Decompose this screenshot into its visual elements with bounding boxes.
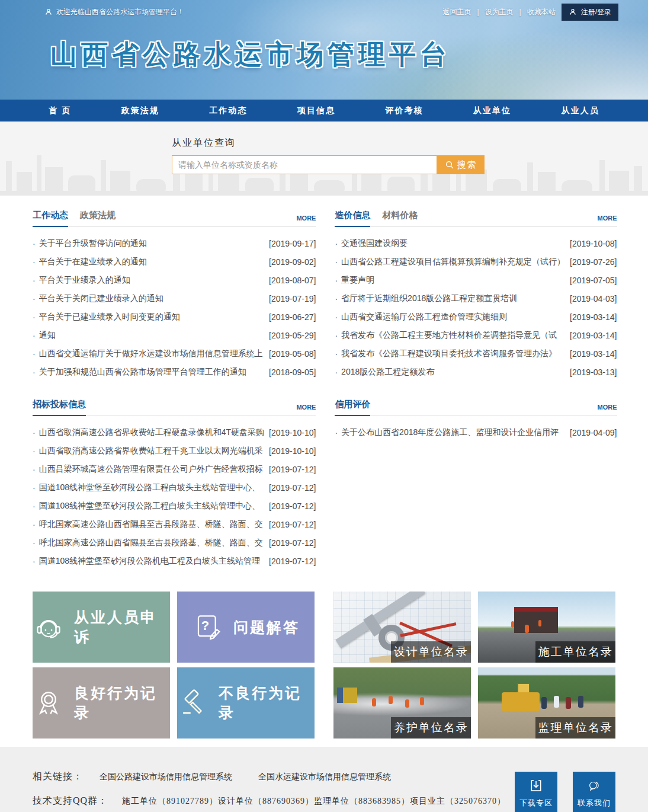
news-list-item[interactable]: · 山西省交通运输厅关于做好水运建设市场信用信息管理系统上 [2019-05-0… — [33, 344, 316, 363]
news-list-item[interactable]: · 平台关于关闭已建业绩录入的通知 [2019-07-19] — [33, 289, 316, 308]
nav-item-projects[interactable]: 项目信息 — [291, 106, 341, 116]
news-list-item[interactable]: · 呼北国家高速公路山西省隰县至吉县段路基、桥隧、路面、交 [2019-07-1… — [33, 533, 316, 552]
news-list-item[interactable]: · 山西吕梁环城高速公路管理有限责任公司户外广告经营权招标 [2019-07-1… — [33, 460, 316, 478]
tab-credit-evaluation[interactable]: 信用评价 — [335, 399, 370, 416]
news-list-item[interactable]: · 省厅将于近期组织2018版公路工程定额宣贯培训 [2019-04-03] — [335, 289, 617, 308]
news-list-item[interactable]: · 2018版公路工程定额发布 [2019-03-13] — [335, 363, 617, 381]
tab-bidding-info[interactable]: 招标投标信息 — [33, 399, 86, 416]
news-title[interactable]: 山西省取消高速公路省界收费站工程千兆工业以太网光端机采 — [39, 446, 264, 456]
news-list-item[interactable]: · 平台关于已建业绩录入时间变更的通知 [2019-06-27] — [33, 308, 316, 326]
news-title[interactable]: 呼北国家高速公路山西省隰县至吉县段路基、桥隧、路面、交 — [39, 519, 264, 530]
search-input[interactable] — [172, 155, 437, 174]
directory-design-units[interactable]: 设计单位名录 — [333, 592, 471, 663]
link-national-highway-credit-system[interactable]: 全国公路建设市场信用信息管理系统 — [100, 772, 232, 782]
worker-shape — [405, 699, 409, 708]
news-title[interactable]: 关于加强和规范山西省公路市场管理平台管理工作的通知 — [39, 367, 264, 378]
tab-cost-info[interactable]: 造价信息 — [335, 210, 370, 227]
person-shape — [566, 697, 571, 709]
news-title[interactable]: 国道108线神堂堡至砂河段公路工程白坡头主线站管理中心、 — [39, 501, 264, 512]
search-button[interactable]: 搜索 — [437, 155, 485, 174]
news-title[interactable]: 重要声明 — [341, 275, 565, 286]
bad-behavior-button[interactable]: 不良行为记录 — [177, 667, 315, 739]
news-list-item[interactable]: · 交通强国建设纲要 [2019-10-08] — [335, 234, 617, 252]
link-bookmark[interactable]: 收藏本站 — [526, 7, 557, 17]
nav-item-companies[interactable]: 从业单位 — [467, 106, 517, 116]
news-title[interactable]: 平台关于已建业绩录入时间变更的通知 — [39, 312, 264, 322]
tab-work-news[interactable]: 工作动态 — [33, 210, 68, 227]
news-title[interactable]: 2018版公路工程定额发布 — [341, 367, 565, 378]
nav-item-home[interactable]: 首 页 — [43, 106, 77, 116]
register-login-button[interactable]: 注册/登录 — [562, 4, 618, 21]
news-list-item[interactable]: · 关于平台升级暂停访问的通知 [2019-09-17] — [33, 234, 316, 252]
news-list-item[interactable]: · 平台关于业绩录入的通知 [2019-08-07] — [33, 271, 316, 289]
news-list-item[interactable]: · 平台关于在建业绩录入的通知 [2019-09-02] — [33, 252, 316, 271]
news-date: [2019-06-27] — [269, 312, 316, 322]
good-behavior-button[interactable]: 良好行为记录 — [33, 667, 170, 739]
news-title[interactable]: 我省发布《公路工程主要地方性材料价差调整指导意见（试 — [341, 330, 565, 341]
news-list-item[interactable]: · 山西省公路工程建设项目估算概算预算编制补充规定（试行） [2019-07-2… — [335, 252, 617, 271]
news-title[interactable]: 交通强国建设纲要 — [341, 238, 565, 249]
news-list-item[interactable]: · 通知 [2019-05-29] — [33, 326, 316, 344]
news-list-item[interactable]: · 国道108线神堂堡至砂河段公路工程白坡头主线站管理中心、 [2019-07-… — [33, 497, 316, 515]
worker-shape — [372, 698, 376, 706]
news-list-item[interactable]: · 山西省取消高速公路省界收费站工程硬盘录像机和4T硬盘采购 [2019-10-… — [33, 423, 316, 442]
link-national-waterway-credit-system[interactable]: 全国水运建设市场信用信息管理系统 — [258, 772, 391, 782]
news-title[interactable]: 山西省公路工程建设项目估算概算预算编制补充规定（试行） — [341, 257, 565, 267]
news-list-item[interactable]: · 重要声明 [2019-07-05] — [335, 271, 617, 289]
tab-policies[interactable]: 政策法规 — [80, 210, 116, 226]
nav-item-policies[interactable]: 政策法规 — [116, 106, 165, 116]
nav-item-evaluation[interactable]: 评价考核 — [379, 106, 429, 116]
news-title[interactable]: 关于公布山西省2018年度公路施工、监理和设计企业信用评 — [341, 427, 565, 438]
news-list-item[interactable]: · 国道108线神堂堡至砂河段公路工程白坡头主线站管理中心、 [2019-07-… — [33, 478, 316, 497]
question-answer-button[interactable]: ? 问题解答 — [177, 592, 315, 663]
download-zone-button[interactable]: 下载专区 — [515, 772, 557, 812]
more-link[interactable]: MORE — [296, 404, 316, 415]
bullet-icon: · — [33, 331, 36, 340]
search-label: 从业单位查询 — [172, 137, 236, 149]
news-title[interactable]: 省厅将于近期组织2018版公路工程定额宣贯培训 — [341, 293, 565, 304]
bullet-icon: · — [335, 367, 338, 377]
news-title[interactable]: 通知 — [39, 330, 264, 341]
news-list-item[interactable]: · 呼北国家高速公路山西省隰县至吉县段路基、桥隧、路面、交 [2019-07-1… — [33, 515, 316, 533]
truck-shape — [337, 688, 357, 703]
news-title[interactable]: 平台关于业绩录入的通知 — [39, 275, 264, 286]
news-date: [2019-03-14] — [570, 331, 617, 340]
news-title[interactable]: 山西省取消高速公路省界收费站工程硬盘录像机和4T硬盘采购 — [39, 427, 264, 438]
svg-text:?: ? — [201, 618, 211, 633]
news-list-item[interactable]: · 我省发布《公路工程主要地方性材料价差调整指导意见（试 [2019-03-14… — [335, 326, 617, 344]
nav-item-personnel[interactable]: 从业人员 — [556, 106, 605, 116]
directory-supervision-units[interactable]: 监理单位名录 — [478, 667, 615, 739]
worker-shape — [389, 696, 393, 704]
news-title[interactable]: 山西省交通运输厅公路工程造价管理实施细则 — [341, 312, 565, 322]
news-title[interactable]: 关于平台升级暂停访问的通知 — [39, 238, 264, 249]
news-list-item[interactable]: · 我省发布《公路工程建设项目委托技术咨询服务管理办法》 [2019-03-14… — [335, 344, 617, 363]
news-list-item[interactable]: · 国道108线神堂堡至砂河段公路机电工程及白坡头主线站管理 [2019-07-… — [33, 552, 316, 570]
more-link[interactable]: MORE — [296, 215, 316, 226]
news-date: [2019-10-08] — [570, 239, 617, 248]
news-title[interactable]: 山西吕梁环城高速公路管理有限责任公司户外广告经营权招标 — [39, 464, 264, 475]
news-list-item[interactable]: · 山西省取消高速公路省界收费站工程千兆工业以太网光端机采 [2019-10-1… — [33, 442, 316, 460]
more-link[interactable]: MORE — [598, 404, 617, 415]
personnel-appeal-button[interactable]: 从业人员申诉 — [33, 592, 170, 663]
news-title[interactable]: 国道108线神堂堡至砂河段公路机电工程及白坡头主线站管理 — [39, 556, 264, 567]
tab-material-prices[interactable]: 材料价格 — [382, 210, 418, 226]
directory-maintenance-units[interactable]: 养护单位名录 — [333, 667, 471, 739]
news-list-item[interactable]: · 关于公布山西省2018年度公路施工、监理和设计企业信用评 [2019-04-… — [335, 423, 617, 442]
news-title[interactable]: 平台关于关闭已建业绩录入的通知 — [39, 293, 264, 304]
link-return-home[interactable]: 返回主页 — [441, 7, 472, 17]
more-link[interactable]: MORE — [598, 215, 617, 226]
paver-machine-shape — [514, 607, 558, 633]
nav-item-work-news[interactable]: 工作动态 — [203, 106, 253, 116]
news-title[interactable]: 我省发布《公路工程建设项目委托技术咨询服务管理办法》 — [341, 349, 565, 359]
worker-shape — [538, 620, 541, 626]
link-set-home[interactable]: 设为主页 — [484, 7, 515, 17]
news-title[interactable]: 呼北国家高速公路山西省隰县至吉县段路基、桥隧、路面、交 — [39, 538, 264, 548]
news-list-item[interactable]: · 关于加强和规范山西省公路市场管理平台管理工作的通知 [2018-09-05] — [33, 363, 316, 381]
contact-us-button[interactable]: 联系我们 — [573, 772, 615, 812]
panel-work-news: 工作动态 政策法规 MORE · 关于平台升级暂停访问的通知 [2019-09-… — [33, 210, 316, 381]
news-title[interactable]: 平台关于在建业绩录入的通知 — [39, 257, 264, 267]
news-title[interactable]: 山西省交通运输厅关于做好水运建设市场信用信息管理系统上 — [39, 349, 264, 359]
news-title[interactable]: 国道108线神堂堡至砂河段公路工程白坡头主线站管理中心、 — [39, 482, 264, 493]
news-list-item[interactable]: · 山西省交通运输厅公路工程造价管理实施细则 [2019-03-14] — [335, 308, 617, 326]
directory-construction-units[interactable]: 施工单位名录 — [478, 592, 615, 663]
